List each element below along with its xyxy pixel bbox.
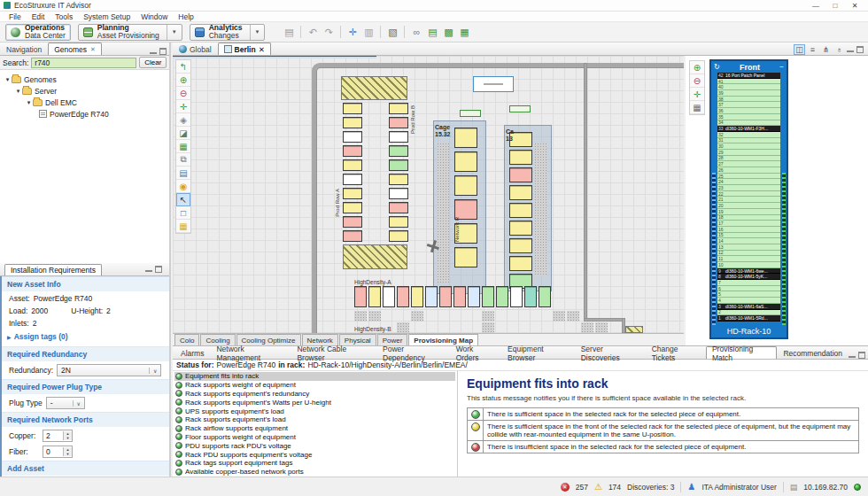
maximize-button[interactable]: □	[825, 0, 845, 11]
rack-unit-empty[interactable]: 19	[717, 209, 780, 215]
rack-unit-occupied[interactable]: 33dl360-10-WM1-F3H...	[717, 126, 780, 132]
rack-unit-occupied[interactable]: 1dl360-10-WM1-5Rd...	[717, 315, 780, 322]
map-rack[interactable]	[524, 286, 537, 307]
rack-unit-empty[interactable]: 41	[717, 79, 780, 85]
rack-zoom-out-icon[interactable]: ⊖	[690, 74, 704, 88]
view-tab-berlin[interactable]: Berlin✕	[218, 43, 271, 55]
map-rack[interactable]	[411, 286, 423, 307]
dropdown-arrow-icon[interactable]: ▼	[167, 25, 177, 40]
discoveries-count[interactable]: Discoveries: 3	[627, 483, 674, 492]
error-count[interactable]: 257	[576, 483, 588, 492]
map-rack[interactable]	[389, 174, 408, 185]
checklist-item-rack-supports-equipment-s-watts-per-u-height[interactable]: Rack supports equipment's Watts per U-he…	[174, 398, 455, 407]
mode-button-planning[interactable]: PlanningAsset Provisioning▼	[78, 24, 182, 41]
panel-minimize-icon[interactable]	[847, 48, 854, 52]
error-icon[interactable]: ✕	[561, 483, 570, 492]
save-icon[interactable]: ▤	[282, 25, 296, 39]
bottom-tab-change-tickets[interactable]: Change Tickets	[646, 346, 706, 359]
fiber-stepper[interactable]: 0 ▲▼	[43, 446, 73, 458]
map-rack[interactable]	[509, 203, 532, 218]
map-rack[interactable]	[425, 286, 438, 307]
menu-help[interactable]: Help	[173, 12, 198, 21]
map-rack[interactable]	[509, 185, 532, 200]
rack-unit-empty[interactable]: 32	[717, 132, 780, 138]
menu-window[interactable]: Window	[136, 12, 173, 21]
map-rack[interactable]	[397, 286, 409, 307]
stepper-arrows[interactable]: ▲▼	[63, 431, 72, 440]
close-button[interactable]: ✕	[845, 0, 864, 11]
map-rack[interactable]	[343, 103, 362, 114]
link-icon[interactable]: ∞	[409, 25, 423, 39]
tree-node-genomes[interactable]: ▾Genomes	[4, 74, 169, 85]
checklist-item-rack-airflow-supports-equipment[interactable]: Rack airflow supports equipment	[174, 424, 455, 433]
rack-unit-empty[interactable]: 38	[717, 97, 780, 103]
rack-unit-empty[interactable]: 26	[717, 167, 780, 174]
map-rack[interactable]	[354, 286, 367, 307]
rack-unit-empty[interactable]: 40	[717, 84, 780, 90]
assign-tags-toggle[interactable]: ▶Assign tags (0)	[2, 329, 169, 345]
view-3d-icon[interactable]: ◈	[176, 113, 190, 127]
warning-icon[interactable]: ⚠	[594, 483, 602, 492]
rack-unit-empty[interactable]: 37	[717, 102, 780, 108]
rack-unit-empty[interactable]: 7	[717, 280, 780, 286]
checklist-item-available-copper-based-network-ports[interactable]: Available copper-based network ports	[174, 468, 455, 477]
map-rack[interactable]	[389, 202, 408, 213]
rack-unit-empty[interactable]: 28	[717, 156, 780, 162]
rack-unit-empty[interactable]: 34	[717, 120, 780, 127]
checklist-item-floor-supports-weight-of-equipment[interactable]: Floor supports weight of equipment	[174, 433, 455, 442]
plug-type-select[interactable]: -∨	[46, 397, 85, 409]
tab-navigation[interactable]: Navigation	[0, 43, 48, 55]
map-rack[interactable]	[509, 167, 532, 182]
bottom-tab-work-orders[interactable]: Work Orders	[450, 346, 501, 359]
map-rack[interactable]	[496, 286, 508, 307]
add-rack-icon[interactable]: ▩	[441, 25, 455, 39]
rack-unit-empty[interactable]: 13	[717, 244, 780, 251]
map-rack[interactable]	[343, 159, 362, 171]
rack-unit-empty[interactable]: 5	[717, 291, 780, 298]
bottom-tab-server-discoveries[interactable]: Server Discoveries	[575, 346, 646, 359]
checklist-item-ups-supports-equipment-s-load[interactable]: UPS supports equipment's load	[174, 407, 455, 415]
map-rack[interactable]	[453, 286, 466, 307]
copy-layout-icon[interactable]: ⧉	[176, 153, 190, 167]
menu-edit[interactable]: Edit	[27, 12, 50, 21]
map-rack[interactable]	[389, 117, 408, 128]
menu-tools[interactable]: Tools	[50, 12, 78, 21]
checklist-item-rack-supports-equipment-s-load[interactable]: Rack supports equipment's load	[174, 415, 455, 424]
rack-unit-empty[interactable]: 12	[717, 251, 780, 257]
rack-unit-empty[interactable]: 4	[717, 298, 780, 304]
undo-icon[interactable]: ↶	[306, 25, 320, 39]
topology-view-icon[interactable]: ⋔	[820, 44, 832, 55]
map-rack[interactable]	[389, 216, 408, 228]
redundancy-select[interactable]: 2N∨	[57, 364, 161, 376]
map-rack[interactable]	[389, 159, 408, 171]
tree-node-dell-emc[interactable]: ▾Dell EMC	[4, 97, 169, 108]
map-rack[interactable]	[454, 247, 477, 267]
map-rack[interactable]	[509, 150, 532, 165]
map-rack[interactable]	[343, 145, 362, 157]
rack-unit-empty[interactable]: 31	[717, 138, 780, 144]
mode-button-operations[interactable]: OperationsData Center	[5, 24, 71, 41]
layers-icon[interactable]: ◪	[176, 127, 190, 140]
map-rack[interactable]	[343, 216, 362, 228]
rack-unit-empty[interactable]: 21	[717, 197, 780, 203]
map-tab-colo[interactable]: Colo	[174, 334, 199, 345]
select-area-icon[interactable]: □	[176, 206, 190, 220]
panel-minimize-icon[interactable]	[145, 267, 152, 272]
tree-node-poweredge-r740[interactable]: PowerEdge R740	[4, 108, 169, 120]
map-rack[interactable]	[389, 188, 408, 199]
rack-unit-empty[interactable]: 39	[717, 90, 780, 97]
bottom-tab-network-management[interactable]: Network Management	[210, 346, 291, 359]
add-room-icon[interactable]: ▦	[457, 25, 471, 39]
rack-unit-empty[interactable]: 11	[717, 256, 780, 262]
pointer-icon[interactable]: ↖	[176, 193, 190, 206]
collapse-icon[interactable]: −	[779, 63, 784, 71]
bottom-tab-power-dependency[interactable]: Power Dependency	[376, 346, 450, 359]
map-rack[interactable]	[343, 202, 362, 213]
tab-genomes[interactable]: Genomes✕	[48, 43, 102, 55]
map-rack[interactable]	[343, 230, 362, 242]
panel-minimize-icon[interactable]	[849, 353, 856, 358]
back-icon[interactable]: ↰	[176, 60, 190, 74]
rack-unit-empty[interactable]: 6	[717, 286, 780, 292]
map-rack[interactable]	[510, 286, 523, 307]
dropdown-arrow-icon[interactable]: ▼	[250, 25, 260, 40]
